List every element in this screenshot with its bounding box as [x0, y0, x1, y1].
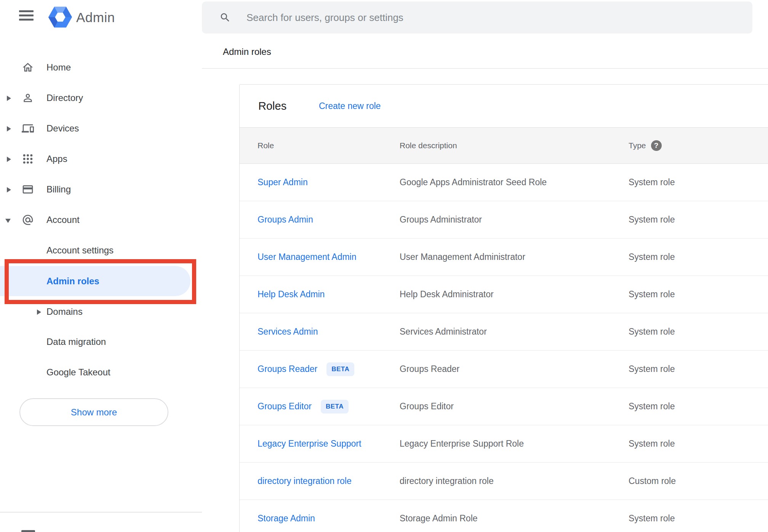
sidebar-item-label: Account settings [46, 235, 114, 266]
sidebar-item-label: Domains [46, 296, 83, 327]
column-header-description: Role description [400, 141, 629, 150]
role-description: Groups Administrator [400, 215, 629, 225]
chevron-right-icon[interactable] [7, 187, 11, 192]
sidebar-item-account-settings[interactable]: Account settings [0, 235, 202, 266]
sidebar-divider [0, 512, 202, 513]
role-description: Groups Reader [400, 364, 629, 374]
sidebar-item-directory[interactable]: Directory [0, 83, 202, 113]
sidebar-item-label: Account [46, 205, 80, 235]
app-title: Admin [76, 10, 115, 25]
column-header-role: Role [258, 141, 400, 150]
devices-icon [22, 122, 34, 135]
role-link[interactable]: Groups Editor [258, 401, 312, 412]
role-type: System role [629, 401, 768, 412]
role-type: System role [629, 513, 768, 524]
table-header-row: Role Role description Type ? [240, 127, 768, 164]
role-link[interactable]: User Management Admin [258, 252, 357, 262]
beta-badge: BETA [326, 362, 354, 376]
sidebar: Admin Home Directory Devices Apps Billin… [0, 0, 202, 532]
sidebar-item-label: Home [46, 52, 71, 83]
role-description: User Management Administrator [400, 252, 629, 262]
search-bar[interactable] [202, 2, 752, 34]
table-row: User Management Admin User Management Ad… [240, 239, 768, 276]
chevron-down-icon[interactable] [5, 219, 11, 223]
person-icon [22, 92, 34, 104]
role-link[interactable]: directory integration role [258, 476, 352, 486]
role-type: System role [629, 215, 768, 225]
hamburger-menu-icon[interactable] [19, 10, 34, 21]
sidebar-item-label: Google Takeout [46, 357, 110, 388]
role-link[interactable]: Legacy Enterprise Support [258, 439, 361, 449]
apps-grid-icon [22, 153, 34, 165]
table-row: Services Admin Services Administrator Sy… [240, 313, 768, 351]
sidebar-item-billing[interactable]: Billing [0, 174, 202, 205]
show-more-button[interactable]: Show more [19, 398, 168, 426]
sidebar-item-domains[interactable]: Domains [0, 296, 202, 327]
help-icon[interactable]: ? [651, 140, 662, 151]
role-type: System role [629, 289, 768, 300]
sidebar-item-admin-roles[interactable]: Admin roles [0, 266, 202, 296]
chevron-right-icon[interactable] [37, 309, 41, 315]
sidebar-item-label: Billing [46, 174, 71, 205]
sidebar-item-label: Directory [46, 83, 83, 113]
role-description: Services Administrator [400, 327, 629, 337]
table-row: Groups Admin Groups Administrator System… [240, 201, 768, 239]
breadcrumb: Admin roles [223, 46, 271, 57]
chevron-right-icon[interactable] [7, 157, 11, 162]
roles-card: Roles Create new role Role Role descript… [239, 84, 768, 532]
home-icon [22, 61, 34, 74]
search-icon [219, 12, 231, 23]
role-link[interactable]: Super Admin [258, 177, 308, 187]
card-title: Roles [258, 85, 286, 127]
role-link[interactable]: Help Desk Admin [258, 289, 325, 300]
sidebar-item-label: Admin roles [46, 266, 99, 296]
table-row: Groups Editor BETA Groups Editor System … [240, 388, 768, 425]
chevron-right-icon[interactable] [7, 126, 11, 131]
beta-badge: BETA [321, 400, 349, 413]
credit-card-icon [22, 183, 34, 195]
sidebar-item-data-migration[interactable]: Data migration [0, 327, 202, 357]
role-description: Legacy Enterprise Support Role [400, 439, 629, 449]
table-row: Storage Admin Storage Admin Role System … [240, 500, 768, 532]
admin-logo-icon [48, 6, 72, 29]
table-row: Legacy Enterprise Support Legacy Enterpr… [240, 425, 768, 463]
sidebar-item-apps[interactable]: Apps [0, 144, 202, 174]
role-type: System role [629, 327, 768, 337]
role-link[interactable]: Groups Admin [258, 215, 313, 225]
table-row: Help Desk Admin Help Desk Administrator … [240, 276, 768, 313]
role-description: Help Desk Administrator [400, 289, 629, 300]
sidebar-item-google-takeout[interactable]: Google Takeout [0, 357, 202, 388]
sidebar-item-devices[interactable]: Devices [0, 113, 202, 144]
sidebar-item-label: Apps [46, 144, 67, 174]
at-sign-icon [22, 214, 34, 226]
table-row: Super Admin Google Apps Administrator Se… [240, 164, 768, 201]
sidebar-item-account[interactable]: Account [0, 205, 202, 235]
roles-card-header: Roles Create new role [240, 85, 768, 127]
role-link[interactable]: Services Admin [258, 327, 318, 337]
role-type: System role [629, 364, 768, 374]
role-description: Google Apps Administrator Seed Role [400, 177, 629, 187]
search-input[interactable] [246, 2, 742, 34]
sidebar-item-label: Devices [46, 113, 79, 144]
sidebar-item-label: Data migration [46, 327, 106, 357]
role-type: System role [629, 177, 768, 187]
role-description: Storage Admin Role [400, 513, 629, 524]
chevron-right-icon[interactable] [7, 96, 11, 101]
column-header-type: Type [629, 141, 646, 150]
role-type: Custom role [629, 476, 768, 486]
table-row: Groups Reader BETA Groups Reader System … [240, 351, 768, 388]
partial-bottom-icon [21, 530, 35, 532]
role-type: System role [629, 439, 768, 449]
role-link[interactable]: Groups Reader [258, 364, 317, 374]
role-link[interactable]: Storage Admin [258, 513, 315, 524]
sidebar-item-home[interactable]: Home [0, 52, 202, 83]
role-description: directory integration role [400, 476, 629, 486]
role-description: Groups Editor [400, 401, 629, 412]
table-row: directory integration role directory int… [240, 463, 768, 500]
header-divider [202, 68, 768, 69]
create-new-role-link[interactable]: Create new role [319, 85, 381, 127]
role-type: System role [629, 252, 768, 262]
